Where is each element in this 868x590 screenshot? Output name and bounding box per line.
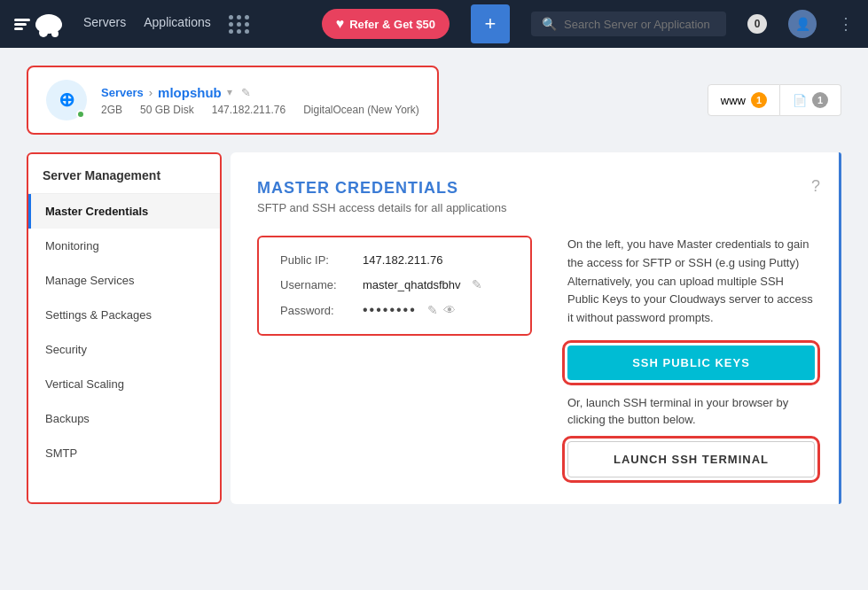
content-area: ? MASTER CREDENTIALS SFTP and SSH access… [231,152,841,504]
edit-username-icon[interactable]: ✎ [472,277,482,291]
right-badges: www 1 📄 1 [708,84,841,116]
search-input[interactable] [564,18,716,31]
right-description: On the left, you have Master credentials… [567,236,815,328]
www-badge-button[interactable]: www 1 [708,84,780,116]
show-password-icon[interactable]: 👁 [443,303,456,317]
files-icon: 📄 [793,94,807,107]
www-label: www [721,94,746,107]
main-layout: Server Management Master Credentials Mon… [0,152,868,531]
server-card: ⊕ Servers › mlopshub ▾ ✎ 2GB 50 GB Disk … [27,66,439,135]
help-icon[interactable]: ? [811,177,820,196]
search-icon: 🔍 [542,17,557,31]
public-ip-row: Public IP: 147.182.211.76 [280,253,509,267]
breadcrumb: Servers › mlopshub ▾ ✎ [101,85,419,100]
server-provider: DigitalOcean (New York) [303,104,419,116]
breadcrumb-separator: › [149,86,152,99]
vertical-accent-line [839,152,841,504]
server-meta: 2GB 50 GB Disk 147.182.211.76 DigitalOce… [101,104,419,116]
www-count: 1 [751,92,767,108]
sidebar-item-master-credentials[interactable]: Master Credentials [28,194,220,229]
server-ram: 2GB [101,104,122,116]
sidebar-item-security[interactable]: Security [28,332,220,367]
credentials-box: Public IP: 147.182.211.76 Username: mast… [257,236,532,336]
digitalocean-icon: ⊕ [59,89,74,112]
breadcrumb-area: ⊕ Servers › mlopshub ▾ ✎ 2GB 50 GB Disk … [0,48,868,152]
notification-badge[interactable]: 0 [747,14,767,34]
sidebar-item-settings-packages[interactable]: Settings & Packages [28,298,220,332]
password-row: Password: •••••••• ✎ 👁 [280,302,509,318]
add-button[interactable]: + [471,4,510,43]
sidebar-item-manage-services[interactable]: Manage Services [28,263,220,298]
status-dot [76,110,85,119]
sidebar-item-backups[interactable]: Backups [28,401,220,436]
edit-password-icon[interactable]: ✎ [427,303,438,317]
heart-icon: ♥ [336,16,345,32]
public-ip-label: Public IP: [280,253,356,267]
server-name: mlopshub [158,85,222,100]
refer-label: Refer & Get $50 [349,18,435,31]
password-label: Password: [280,304,356,317]
server-disk: 50 GB Disk [140,104,194,116]
nav-links: Servers Applications [83,15,250,34]
password-actions: ✎ 👁 [427,303,456,317]
launch-ssh-terminal-button[interactable]: LAUNCH SSH TERMINAL [567,441,815,477]
nav-servers[interactable]: Servers [83,15,126,34]
sidebar-item-smtp[interactable]: SMTP [28,436,220,470]
breadcrumb-servers-link[interactable]: Servers [101,86,144,99]
topnav: Servers Applications ♥ Refer & Get $50 +… [0,0,868,48]
server-avatar: ⊕ [46,80,87,120]
ssh-public-keys-button[interactable]: SSH PUBLIC KEYS [567,345,815,380]
dropdown-icon[interactable]: ▾ [227,86,232,98]
sidebar-title: Server Management [28,168,220,194]
section-subtitle: SFTP and SSH access details for all appl… [257,201,815,214]
content-inner: Public IP: 147.182.211.76 Username: mast… [257,236,815,477]
username-label: Username: [280,278,356,291]
username-value: master_qhatdsfbhv [363,278,461,291]
sidebar-item-monitoring[interactable]: Monitoring [28,229,220,263]
nav-applications[interactable]: Applications [144,15,211,34]
edit-server-name-icon[interactable]: ✎ [241,86,251,99]
server-info: Servers › mlopshub ▾ ✎ 2GB 50 GB Disk 14… [101,85,419,116]
username-row: Username: master_qhatdsfbhv ✎ [280,277,509,291]
more-button[interactable]: ⋮ [838,14,854,34]
refer-button[interactable]: ♥ Refer & Get $50 [322,9,450,39]
or-text: Or, launch SSH terminal in your browser … [567,394,815,429]
sidebar-item-vertical-scaling[interactable]: Vertical Scaling [28,367,220,401]
username-actions: ✎ [472,277,482,291]
sidebar: Server Management Master Credentials Mon… [27,152,222,504]
logo [14,14,62,34]
files-count: 1 [812,92,828,108]
files-badge-button[interactable]: 📄 1 [780,84,841,116]
avatar[interactable]: 👤 [788,10,817,38]
left-panel: Public IP: 147.182.211.76 Username: mast… [257,236,532,477]
public-ip-value: 147.182.211.76 [363,253,442,267]
server-ip: 147.182.211.76 [212,104,285,116]
right-panel: On the left, you have Master credentials… [567,236,815,477]
search-bar: 🔍 [531,12,726,36]
grid-icon[interactable] [229,15,250,34]
section-title: MASTER CREDENTIALS [257,179,815,198]
password-value: •••••••• [363,302,417,318]
